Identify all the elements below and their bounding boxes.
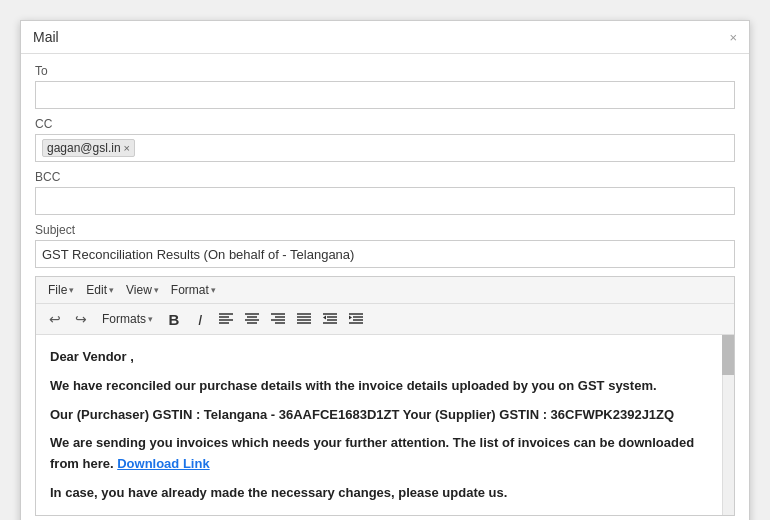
modal-title: Mail bbox=[33, 29, 59, 45]
cc-label: CC bbox=[35, 117, 735, 131]
subject-input[interactable] bbox=[35, 240, 735, 268]
svg-marker-25 bbox=[349, 316, 352, 320]
redo-button[interactable]: ↪ bbox=[70, 308, 92, 330]
view-menu-label: View bbox=[126, 283, 152, 297]
scrollbar-track[interactable] bbox=[722, 335, 734, 515]
subject-field-row: Subject bbox=[35, 223, 735, 268]
view-menu-button[interactable]: View ▾ bbox=[122, 281, 163, 299]
editor-line-4: We are sending you invoices which needs … bbox=[50, 433, 720, 475]
italic-button[interactable]: I bbox=[189, 308, 211, 330]
format-menu-button[interactable]: Format ▾ bbox=[167, 281, 220, 299]
edit-chevron-icon: ▾ bbox=[109, 285, 114, 295]
format-menu-label: Format bbox=[171, 283, 209, 297]
editor-line-3: Our (Purchaser) GSTIN : Telangana - 36AA… bbox=[50, 405, 720, 426]
close-button[interactable]: × bbox=[729, 31, 737, 44]
formats-chevron-icon: ▾ bbox=[148, 314, 153, 324]
edit-menu-button[interactable]: Edit ▾ bbox=[82, 281, 118, 299]
editor-area: File ▾ Edit ▾ View ▾ Format ▾ bbox=[35, 276, 735, 516]
file-menu-label: File bbox=[48, 283, 67, 297]
download-link[interactable]: Download Link bbox=[117, 456, 209, 471]
file-chevron-icon: ▾ bbox=[69, 285, 74, 295]
bold-button[interactable]: B bbox=[163, 308, 185, 330]
indent-decrease-button[interactable] bbox=[319, 308, 341, 330]
align-right-button[interactable] bbox=[267, 308, 289, 330]
view-chevron-icon: ▾ bbox=[154, 285, 159, 295]
cc-tag-remove[interactable]: × bbox=[124, 142, 130, 154]
file-menu-button[interactable]: File ▾ bbox=[44, 281, 78, 299]
subject-label: Subject bbox=[35, 223, 735, 237]
editor-wrapper: Dear Vendor , We have reconciled our pur… bbox=[36, 335, 734, 515]
formats-dropdown-button[interactable]: Formats ▾ bbox=[96, 310, 159, 328]
editor-line-1: Dear Vendor , bbox=[50, 347, 720, 368]
indent-increase-button[interactable] bbox=[345, 308, 367, 330]
bcc-label: BCC bbox=[35, 170, 735, 184]
align-justify-button[interactable] bbox=[293, 308, 315, 330]
formats-label: Formats bbox=[102, 312, 146, 326]
editor-toolbar-bottom: ↩ ↪ Formats ▾ B I bbox=[36, 304, 734, 335]
editor-toolbar-top: File ▾ Edit ▾ View ▾ Format ▾ bbox=[36, 277, 734, 304]
bcc-field-row: BCC bbox=[35, 170, 735, 215]
editor-content[interactable]: Dear Vendor , We have reconciled our pur… bbox=[36, 335, 734, 515]
modal-header: Mail × bbox=[21, 21, 749, 54]
bcc-input[interactable] bbox=[35, 187, 735, 215]
editor-line-2: We have reconciled our purchase details … bbox=[50, 376, 720, 397]
undo-button[interactable]: ↩ bbox=[44, 308, 66, 330]
editor-line-5: In case, you have already made the neces… bbox=[50, 483, 720, 504]
cc-field-row: CC gagan@gsl.in × bbox=[35, 117, 735, 162]
cc-input-wrapper[interactable]: gagan@gsl.in × bbox=[35, 134, 735, 162]
edit-menu-label: Edit bbox=[86, 283, 107, 297]
scrollbar-thumb[interactable] bbox=[722, 335, 734, 375]
format-chevron-icon: ▾ bbox=[211, 285, 216, 295]
to-field-row: To bbox=[35, 64, 735, 109]
to-input[interactable] bbox=[35, 81, 735, 109]
to-label: To bbox=[35, 64, 735, 78]
svg-marker-20 bbox=[323, 316, 326, 320]
cc-tag: gagan@gsl.in × bbox=[42, 139, 135, 157]
cc-tag-text: gagan@gsl.in bbox=[47, 141, 121, 155]
align-left-button[interactable] bbox=[215, 308, 237, 330]
modal-body: To CC gagan@gsl.in × BCC Sub bbox=[21, 54, 749, 520]
mail-modal: Mail × To CC gagan@gsl.in × bbox=[20, 20, 750, 520]
align-center-button[interactable] bbox=[241, 308, 263, 330]
